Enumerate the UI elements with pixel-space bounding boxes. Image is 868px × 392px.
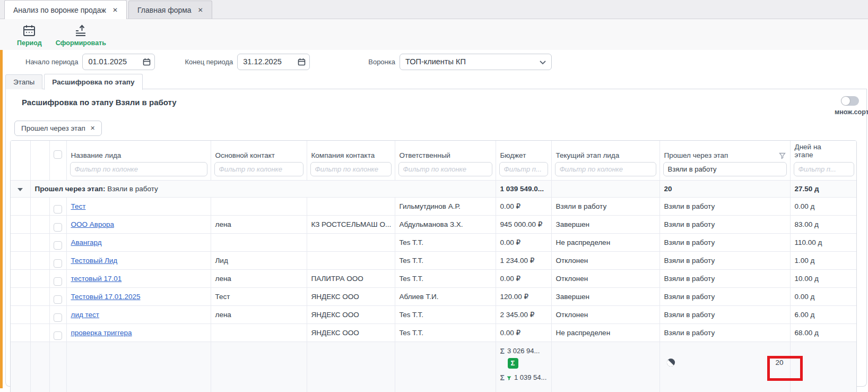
budget-sum-value: 3 026 94... <box>507 347 540 355</box>
lead-link[interactable]: ООО Аврора <box>71 220 114 228</box>
column-title: Ответственный <box>400 151 450 159</box>
window-tab-label: Анализ по воронке продаж <box>13 6 106 14</box>
row-checkbox[interactable] <box>54 277 62 286</box>
cell-budget: 0.00 ₽ <box>496 233 551 251</box>
cell-passed: Взяли в работу <box>659 233 790 251</box>
row-select-cell <box>49 323 66 342</box>
row-checkbox[interactable] <box>54 223 62 232</box>
row-checkbox[interactable] <box>54 259 62 268</box>
period-button[interactable]: Период <box>14 23 45 48</box>
window-tab-funnel-analysis[interactable]: Анализ по воронке продаж ✕ <box>4 0 127 19</box>
cell-days: 0.00 д <box>790 197 857 215</box>
footer-cell-company <box>307 342 395 392</box>
footer-select-cell <box>49 342 66 392</box>
cell-stage: Завершен <box>551 215 659 233</box>
group-label-value: Взяли в работу <box>105 185 158 193</box>
count-aggregate-icon <box>666 358 675 367</box>
filter-input-days[interactable] <box>794 162 855 176</box>
start-period-label: Начало периода <box>25 58 78 66</box>
column-title: Дней на этапе <box>795 143 833 159</box>
footer-spacer-cell <box>30 342 49 392</box>
collapse-arrow-icon[interactable] <box>18 188 23 191</box>
summary-row: Σ3 026 94...ΣΣ1 039 54...20 <box>11 342 857 392</box>
filter-input-budget[interactable] <box>499 162 548 176</box>
row-checkbox[interactable] <box>54 205 62 214</box>
table-row: ООО АврораленаКЗ РОСТСЕЛЬМАШ О...Абдульм… <box>11 215 857 233</box>
cell-company: КЗ РОСТСЕЛЬМАШ О... <box>307 215 395 233</box>
column-header-passed: Прошел через этап <box>659 141 790 180</box>
cell-budget: 120.00 ₽ <box>496 287 551 305</box>
row-expand-cell <box>11 233 30 251</box>
lead-link[interactable]: Тестовый 17.01.2025 <box>71 293 141 301</box>
table-row: тестовый 17.01ленаПАЛИТРА ОООTes T.T.0.0… <box>11 269 857 287</box>
row-expand-cell <box>11 215 30 233</box>
row-checkbox[interactable] <box>54 313 62 322</box>
window-tab-main-form[interactable]: Главная форма ✕ <box>128 1 212 19</box>
select-all-checkbox[interactable] <box>54 150 62 159</box>
footer-expand-cell <box>11 342 30 392</box>
toolbar: Период Сформировать <box>0 19 868 50</box>
column-title: Прошел через этап <box>664 151 728 159</box>
cell-passed: Взяли в работу <box>659 269 790 287</box>
filter-input-passed[interactable] <box>663 162 787 176</box>
lead-link[interactable]: Авангард <box>71 238 102 246</box>
column-header-budget: Бюджет <box>496 141 551 180</box>
cell-stage: Не распределен <box>551 233 659 251</box>
row-spacer-cell <box>30 287 49 305</box>
column-title: Бюджет <box>500 151 526 159</box>
generate-button-label: Сформировать <box>56 39 106 47</box>
budget-filtered-sum-line: Σ1 039 54... <box>500 373 547 382</box>
cell-budget: 0.00 ₽ <box>496 269 551 287</box>
remove-filter-icon[interactable]: ✕ <box>90 125 95 131</box>
cell-company <box>307 251 395 269</box>
cell-contact: лена <box>211 305 307 323</box>
lead-link[interactable]: Тестовый Лид <box>71 257 118 265</box>
filter-chip-label: Прошел через этап <box>21 124 85 132</box>
sum-sigma-icon: Σ <box>500 347 505 355</box>
funnel-select[interactable]: ТОП-клиенты КП <box>400 54 552 70</box>
filter-input-contact[interactable] <box>214 162 303 176</box>
footer-cell-owner <box>395 342 496 392</box>
row-checkbox[interactable] <box>54 331 62 340</box>
cell-owner: Tes T.T. <box>395 233 496 251</box>
lead-link[interactable]: Тест <box>71 202 86 210</box>
column-header-contact: Основной контакт <box>211 141 307 180</box>
cell-owner: Аблиев Т.И. <box>395 287 496 305</box>
cell-stage: Отклонен <box>551 269 659 287</box>
column-filter-icon <box>779 152 786 159</box>
lead-name-cell: тестовый 17.01 <box>66 269 211 287</box>
filter-chip-passed-stage[interactable]: Прошел через этап ✕ <box>14 121 102 136</box>
expand-column-header <box>11 141 30 180</box>
close-icon[interactable]: ✕ <box>112 7 118 13</box>
multi-sort-label: множ.сорт <box>835 108 868 116</box>
filter-input-owner[interactable] <box>398 162 492 176</box>
select-all-header <box>49 141 66 180</box>
tab-stages[interactable]: Этапы <box>5 74 42 89</box>
start-period-input[interactable] <box>82 54 155 70</box>
cell-passed: Взяли в работу <box>659 197 790 215</box>
lead-link[interactable]: тестовый 17.01 <box>71 275 122 283</box>
row-checkbox[interactable] <box>54 241 62 250</box>
group-budget-total: 1 039 549.0... <box>496 180 551 197</box>
table-row: лид тестленаЯНДЕКС ОООTes T.T.2 345.00 ₽… <box>11 305 857 323</box>
cell-budget: 0.00 ₽ <box>496 323 551 342</box>
row-select-cell <box>49 215 66 233</box>
calendar-icon <box>22 24 36 38</box>
filter-input-company[interactable] <box>310 162 392 176</box>
end-period-input[interactable] <box>237 54 310 70</box>
tab-stage-details[interactable]: Расшифровка по этапу <box>44 74 142 90</box>
close-icon[interactable]: ✕ <box>198 7 203 13</box>
lead-link[interactable]: лид тест <box>71 311 100 319</box>
generate-button[interactable]: Сформировать <box>53 23 109 48</box>
row-spacer-cell <box>30 251 49 269</box>
row-select-cell <box>49 251 66 269</box>
passed-count-total: 20 <box>775 359 783 367</box>
row-checkbox[interactable] <box>54 295 62 304</box>
multi-sort-toggle[interactable] <box>841 96 859 106</box>
filter-input-stage[interactable] <box>555 162 656 176</box>
cell-company <box>307 197 395 215</box>
view-tab-bar: Этапы Расшифровка по этапу <box>0 73 868 89</box>
lead-link[interactable]: проверка триггера <box>71 329 132 337</box>
filter-input-name[interactable] <box>70 162 207 176</box>
footer-cell-contact <box>211 342 307 392</box>
